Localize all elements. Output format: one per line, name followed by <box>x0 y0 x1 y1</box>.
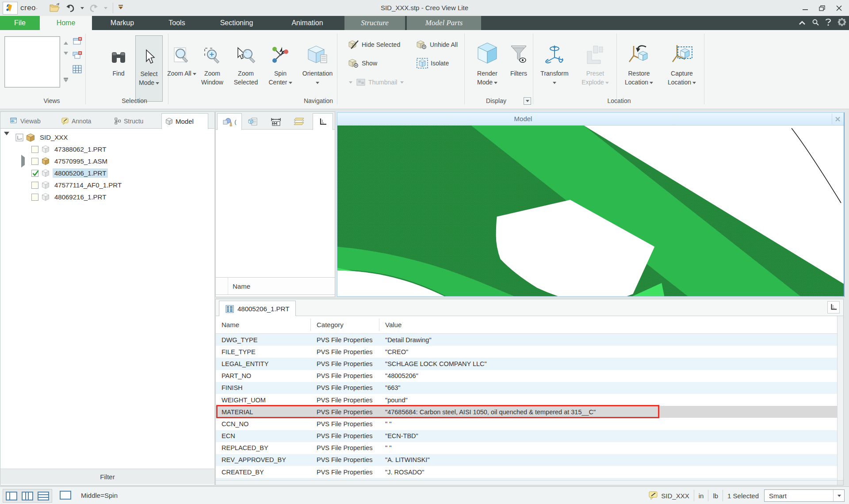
search-button[interactable] <box>812 19 819 27</box>
capture-location-button[interactable]: Capture Location <box>662 35 702 87</box>
tab-annotations[interactable]: Annota <box>58 113 107 129</box>
column-header-category[interactable]: Category <box>311 319 379 331</box>
tree-item-label[interactable]: 47570995_1.ASM <box>53 157 109 166</box>
zoom-all-button[interactable]: Zoom All <box>167 35 196 78</box>
tree-item-label[interactable]: 47388062_1.PRT <box>53 145 108 154</box>
tab-locations[interactable] <box>313 113 333 130</box>
tree-item[interactable]: 47570995_1.ASM <box>0 155 214 167</box>
table-row[interactable]: MATERIAL PVS File Properties "47685684: … <box>216 406 838 418</box>
table-row[interactable]: REV_APPROVED_BY PVS File Properties "A. … <box>216 454 838 466</box>
isolate-button[interactable]: Isolate <box>417 57 449 70</box>
layout-left-panel-button[interactable] <box>4 490 19 501</box>
tree-item[interactable]: 47577114_AF0_1.PRT <box>0 179 214 191</box>
tab-animation[interactable]: Animation <box>272 16 343 30</box>
tile-viewables-button[interactable] <box>72 50 83 61</box>
view-prev-button[interactable] <box>61 36 71 48</box>
layout-horizontal-split-button[interactable] <box>36 490 51 501</box>
preset-explode-button[interactable]: Preset Explode <box>575 35 616 87</box>
restore-location-button[interactable]: Restore Location <box>618 35 660 87</box>
table-horizontal-scrollbar[interactable] <box>216 480 838 485</box>
help-button[interactable] <box>825 18 831 28</box>
tab-parts-geometry[interactable]: ( <box>217 113 242 130</box>
visibility-checkbox[interactable] <box>31 170 38 177</box>
view-preview-box[interactable] <box>4 36 60 88</box>
expand-arrow-icon[interactable] <box>21 157 27 165</box>
tab-markup[interactable]: Markup <box>92 16 153 30</box>
table-row[interactable]: PART_NO PVS File Properties "48005206" <box>216 370 838 382</box>
tree-item[interactable]: 48069216_1.PRT <box>0 191 214 203</box>
tab-model-panel[interactable]: Model <box>161 113 208 129</box>
properties-tab[interactable]: 48005206_1.PRT <box>219 301 296 317</box>
table-row[interactable]: REPLACED_BY PVS File Properties " " <box>216 442 838 454</box>
hide-selected-button[interactable]: Hide Selected <box>348 38 400 51</box>
visibility-checkbox[interactable] <box>31 182 38 189</box>
tab-structure[interactable]: Structure <box>344 16 405 30</box>
render-mode-button[interactable]: Render Mode <box>469 35 506 87</box>
collapse-arrow-icon[interactable] <box>4 134 9 141</box>
viewport-header[interactable]: Model <box>337 113 844 126</box>
name-column-header[interactable]: Name <box>228 283 250 290</box>
tab-tools[interactable]: Tools <box>153 16 201 30</box>
tab-measurements[interactable] <box>266 113 286 130</box>
view-gallery-dropdown[interactable] <box>61 75 71 87</box>
zoom-selected-button[interactable]: Zoom Selected <box>229 35 263 87</box>
close-button[interactable] <box>830 1 847 15</box>
tab-sectioning[interactable]: Sectioning <box>201 16 272 30</box>
column-header-name[interactable]: Name <box>216 319 311 331</box>
collapse-ribbon-button[interactable] <box>799 19 806 27</box>
thumbnail-button[interactable]: Thumbnail <box>348 76 404 89</box>
view-next-button[interactable] <box>61 49 71 60</box>
tree-item[interactable]: 47388062_1.PRT <box>0 143 214 155</box>
tree-item[interactable]: 48005206_1.PRT <box>0 167 214 179</box>
tree-item-label[interactable]: 47577114_AF0_1.PRT <box>53 180 123 190</box>
visibility-checkbox[interactable] <box>31 146 38 153</box>
annotation-status-icon[interactable] <box>649 491 658 500</box>
ptc-button[interactable] <box>838 18 846 28</box>
spin-center-button[interactable]: Spin Center <box>265 35 295 87</box>
tree-root-label[interactable]: SID_XXX <box>38 133 69 142</box>
select-mode-button[interactable]: Select Mode <box>135 35 163 102</box>
status-model-name[interactable]: SID_XXX <box>661 492 689 500</box>
table-row[interactable]: CCN_NO PVS File Properties " " <box>216 418 838 430</box>
tab-layers[interactable] <box>289 113 309 130</box>
transform-button[interactable]: Transform <box>535 35 574 87</box>
tab-home[interactable]: Home <box>40 16 92 30</box>
table-row[interactable]: FINISH PVS File Properties "663" <box>216 382 838 394</box>
status-length-unit[interactable]: in <box>699 492 704 500</box>
table-row[interactable]: DWG_TYPE PVS File Properties "Detail Dra… <box>216 334 838 346</box>
tree-root[interactable]: SID_XXX <box>0 131 214 143</box>
table-row[interactable]: FILE_TYPE PVS File Properties "CREO" <box>216 346 838 358</box>
column-header-value[interactable]: Value <box>379 319 843 331</box>
filters-button[interactable]: Filters <box>507 35 531 78</box>
tab-structure-panel[interactable]: Structu <box>111 113 159 129</box>
new-viewable-button[interactable] <box>72 35 83 47</box>
show-button[interactable]: Show <box>348 57 377 70</box>
model-canvas[interactable] <box>337 126 844 296</box>
find-button[interactable]: Find <box>105 35 132 78</box>
zoom-window-button[interactable]: Zoom Window <box>197 35 227 87</box>
visibility-checkbox[interactable] <box>31 158 38 165</box>
minimize-button[interactable] <box>797 1 814 15</box>
viewport-close-button[interactable] <box>832 114 843 124</box>
tab-model-parts[interactable]: Model Parts <box>407 16 481 30</box>
display-dialog-launcher[interactable] <box>524 97 531 105</box>
tree-item-label[interactable]: 48005206_1.PRT <box>53 168 108 178</box>
layout-single-pane-button[interactable] <box>57 489 73 501</box>
selection-filter-combobox[interactable]: Smart <box>764 489 845 502</box>
table-row[interactable]: ECN PVS File Properties "ECN-TBD" <box>216 430 838 442</box>
table-row[interactable]: WEIGHT_UOM PVS File Properties "pound" <box>216 394 838 406</box>
tab-part-properties[interactable] <box>243 113 263 130</box>
location-axis-button[interactable] <box>827 301 840 313</box>
table-vertical-scrollbar[interactable] <box>837 316 843 481</box>
layout-two-columns-button[interactable] <box>20 490 35 501</box>
unhide-all-button[interactable]: Unhide All <box>417 38 458 51</box>
combobox-dropdown-button[interactable] <box>833 490 844 501</box>
table-row[interactable]: LEGAL_ENTITY PVS File Properties "SCHLAG… <box>216 358 838 370</box>
tab-file[interactable]: File <box>0 16 40 30</box>
view-grid-button[interactable] <box>72 64 83 75</box>
restore-button[interactable] <box>814 1 830 15</box>
visibility-checkbox[interactable] <box>31 194 38 201</box>
filter-bar[interactable]: Filter <box>0 469 214 484</box>
tree-item-label[interactable]: 48069216_1.PRT <box>53 192 108 202</box>
table-row[interactable]: CREATED_BY PVS File Properties "J. ROSAD… <box>216 466 838 478</box>
